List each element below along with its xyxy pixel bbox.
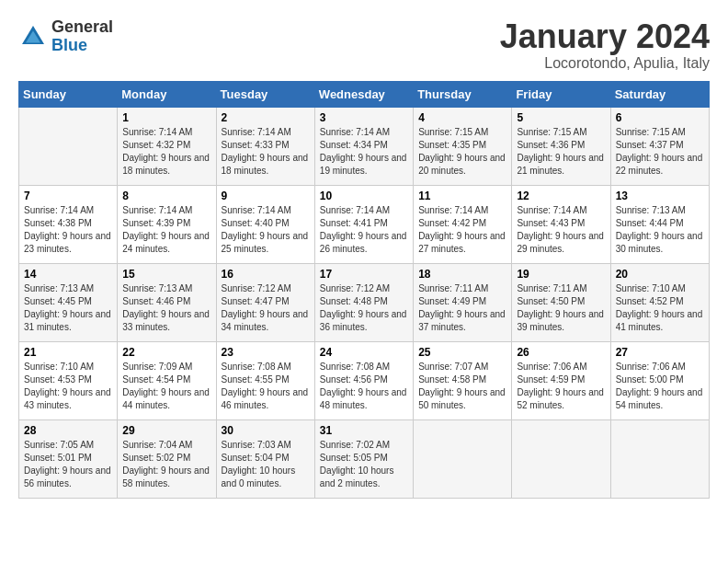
calendar-cell: 31Sunrise: 7:02 AMSunset: 5:05 PMDayligh… [314, 419, 413, 498]
day-number: 30 [222, 424, 310, 437]
logo-general: General [51, 18, 113, 37]
day-info: Sunrise: 7:09 AMSunset: 4:54 PMDaylight:… [122, 361, 210, 412]
day-info: Sunrise: 7:13 AMSunset: 4:46 PMDaylight:… [122, 282, 210, 334]
calendar-cell: 22Sunrise: 7:09 AMSunset: 4:54 PMDayligh… [118, 341, 216, 419]
day-info: Sunrise: 7:11 AMSunset: 4:49 PMDaylight:… [418, 282, 506, 334]
day-info: Sunrise: 7:14 AMSunset: 4:40 PMDaylight:… [222, 204, 310, 256]
day-of-week-header: Sunday [19, 81, 118, 107]
calendar-cell: 6Sunrise: 7:15 AMSunset: 4:37 PMDaylight… [610, 107, 709, 185]
day-info: Sunrise: 7:07 AMSunset: 4:58 PMDaylight:… [418, 361, 506, 412]
day-of-week-header: Friday [512, 81, 610, 107]
calendar-cell: 13Sunrise: 7:13 AMSunset: 4:44 PMDayligh… [610, 185, 709, 263]
calendar-week-row: 7Sunrise: 7:14 AMSunset: 4:38 PMDaylight… [19, 185, 710, 263]
calendar-cell: 28Sunrise: 7:05 AMSunset: 5:01 PMDayligh… [19, 419, 118, 498]
day-info: Sunrise: 7:14 AMSunset: 4:39 PMDaylight:… [122, 204, 210, 256]
day-number: 23 [222, 346, 310, 359]
day-info: Sunrise: 7:06 AMSunset: 4:59 PMDaylight:… [517, 361, 605, 412]
day-info: Sunrise: 7:10 AMSunset: 4:52 PMDaylight:… [616, 282, 704, 334]
day-number: 31 [320, 424, 408, 437]
day-info: Sunrise: 7:05 AMSunset: 5:01 PMDaylight:… [24, 439, 112, 490]
calendar-cell: 5Sunrise: 7:15 AMSunset: 4:36 PMDaylight… [512, 107, 610, 185]
day-info: Sunrise: 7:14 AMSunset: 4:34 PMDaylight:… [320, 126, 408, 178]
calendar-cell: 8Sunrise: 7:14 AMSunset: 4:39 PMDaylight… [118, 185, 216, 263]
day-number: 15 [122, 268, 210, 281]
day-of-week-header: Monday [118, 81, 216, 107]
day-number: 25 [418, 346, 506, 359]
day-of-week-header: Tuesday [216, 81, 314, 107]
title-area: January 2024 Locorotondo, Apulia, Italy [500, 18, 710, 72]
day-info: Sunrise: 7:13 AMSunset: 4:44 PMDaylight:… [616, 204, 704, 256]
day-info: Sunrise: 7:15 AMSunset: 4:35 PMDaylight:… [418, 126, 506, 178]
day-of-week-header: Saturday [610, 81, 709, 107]
day-info: Sunrise: 7:11 AMSunset: 4:50 PMDaylight:… [517, 282, 605, 334]
day-number: 29 [122, 424, 210, 437]
calendar-cell: 30Sunrise: 7:03 AMSunset: 5:04 PMDayligh… [216, 419, 314, 498]
calendar-week-row: 1Sunrise: 7:14 AMSunset: 4:32 PMDaylight… [19, 107, 710, 185]
day-number: 24 [320, 346, 408, 359]
location: Locorotondo, Apulia, Italy [500, 55, 710, 72]
day-info: Sunrise: 7:03 AMSunset: 5:04 PMDaylight:… [222, 439, 310, 490]
day-number: 1 [122, 111, 210, 124]
day-number: 5 [517, 111, 605, 124]
day-number: 9 [222, 190, 310, 202]
day-number: 2 [222, 111, 310, 124]
calendar-cell [19, 107, 118, 185]
calendar-cell: 7Sunrise: 7:14 AMSunset: 4:38 PMDaylight… [19, 185, 118, 263]
calendar-cell: 26Sunrise: 7:06 AMSunset: 4:59 PMDayligh… [512, 341, 610, 419]
day-info: Sunrise: 7:14 AMSunset: 4:43 PMDaylight:… [517, 204, 605, 256]
day-number: 17 [320, 268, 408, 281]
calendar-cell [610, 419, 709, 498]
day-number: 6 [616, 111, 704, 124]
logo: General Blue [18, 18, 113, 55]
day-number: 10 [320, 190, 408, 202]
day-number: 12 [517, 190, 605, 202]
day-info: Sunrise: 7:14 AMSunset: 4:38 PMDaylight:… [24, 204, 112, 256]
day-info: Sunrise: 7:13 AMSunset: 4:45 PMDaylight:… [24, 282, 112, 334]
day-number: 21 [24, 346, 112, 359]
day-info: Sunrise: 7:14 AMSunset: 4:33 PMDaylight:… [222, 126, 310, 178]
calendar-header-row: SundayMondayTuesdayWednesdayThursdayFrid… [19, 81, 710, 107]
day-number: 27 [616, 346, 704, 359]
day-info: Sunrise: 7:12 AMSunset: 4:48 PMDaylight:… [320, 282, 408, 334]
calendar-cell: 4Sunrise: 7:15 AMSunset: 4:35 PMDaylight… [414, 107, 512, 185]
calendar-cell: 23Sunrise: 7:08 AMSunset: 4:55 PMDayligh… [216, 341, 314, 419]
calendar-cell: 11Sunrise: 7:14 AMSunset: 4:42 PMDayligh… [414, 185, 512, 263]
day-number: 19 [517, 268, 605, 281]
day-info: Sunrise: 7:12 AMSunset: 4:47 PMDaylight:… [222, 282, 310, 334]
day-number: 7 [24, 190, 112, 202]
calendar-cell: 1Sunrise: 7:14 AMSunset: 4:32 PMDaylight… [118, 107, 216, 185]
day-number: 14 [24, 268, 112, 281]
calendar-cell: 2Sunrise: 7:14 AMSunset: 4:33 PMDaylight… [216, 107, 314, 185]
day-info: Sunrise: 7:06 AMSunset: 5:00 PMDaylight:… [616, 361, 704, 412]
day-number: 13 [616, 190, 704, 202]
calendar-week-row: 28Sunrise: 7:05 AMSunset: 5:01 PMDayligh… [19, 419, 710, 498]
day-info: Sunrise: 7:14 AMSunset: 4:41 PMDaylight:… [320, 204, 408, 256]
day-number: 3 [320, 111, 408, 124]
calendar-cell [414, 419, 512, 498]
month-title: January 2024 [500, 18, 710, 55]
day-info: Sunrise: 7:04 AMSunset: 5:02 PMDaylight:… [122, 439, 210, 490]
calendar-cell: 25Sunrise: 7:07 AMSunset: 4:58 PMDayligh… [414, 341, 512, 419]
day-number: 20 [616, 268, 704, 281]
calendar-cell: 3Sunrise: 7:14 AMSunset: 4:34 PMDaylight… [314, 107, 413, 185]
calendar-table: SundayMondayTuesdayWednesdayThursdayFrid… [18, 81, 710, 499]
calendar-week-row: 21Sunrise: 7:10 AMSunset: 4:53 PMDayligh… [19, 341, 710, 419]
calendar-week-row: 14Sunrise: 7:13 AMSunset: 4:45 PMDayligh… [19, 263, 710, 341]
calendar-cell: 21Sunrise: 7:10 AMSunset: 4:53 PMDayligh… [19, 341, 118, 419]
calendar-cell: 20Sunrise: 7:10 AMSunset: 4:52 PMDayligh… [610, 263, 709, 341]
day-number: 22 [122, 346, 210, 359]
day-info: Sunrise: 7:08 AMSunset: 4:56 PMDaylight:… [320, 361, 408, 412]
calendar-cell [512, 419, 610, 498]
logo-blue: Blue [51, 37, 113, 55]
calendar-cell: 29Sunrise: 7:04 AMSunset: 5:02 PMDayligh… [118, 419, 216, 498]
day-number: 16 [222, 268, 310, 281]
logo-icon [18, 22, 48, 52]
page-header: General Blue January 2024 Locorotondo, A… [18, 18, 710, 72]
calendar-cell: 19Sunrise: 7:11 AMSunset: 4:50 PMDayligh… [512, 263, 610, 341]
day-info: Sunrise: 7:15 AMSunset: 4:37 PMDaylight:… [616, 126, 704, 178]
day-info: Sunrise: 7:14 AMSunset: 4:32 PMDaylight:… [122, 126, 210, 178]
day-of-week-header: Wednesday [314, 81, 413, 107]
calendar-cell: 15Sunrise: 7:13 AMSunset: 4:46 PMDayligh… [118, 263, 216, 341]
day-number: 18 [418, 268, 506, 281]
day-number: 8 [122, 190, 210, 202]
